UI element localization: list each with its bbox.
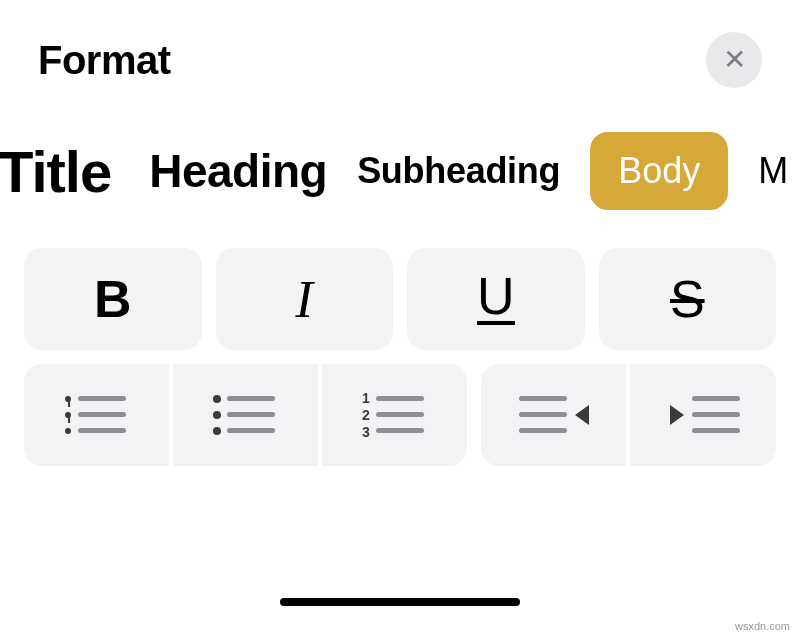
italic-button[interactable]: I	[216, 248, 394, 350]
paragraph-style-row: Title Heading Subheading Body M	[0, 108, 800, 234]
bulleted-list-button[interactable]	[173, 364, 318, 466]
bold-button[interactable]: B	[24, 248, 202, 350]
svg-rect-17	[376, 412, 424, 417]
underline-button[interactable]: U	[407, 248, 585, 350]
svg-rect-4	[68, 417, 70, 423]
svg-text:2: 2	[362, 407, 370, 423]
svg-marker-23	[575, 405, 589, 425]
watermark: wsxdn.com	[735, 620, 790, 632]
svg-point-10	[213, 411, 221, 419]
text-format-row: B I U S	[0, 234, 800, 350]
style-heading[interactable]: Heading	[141, 144, 327, 198]
decrease-indent-icon	[513, 391, 595, 439]
numbered-list-icon: 1 2 3	[358, 391, 430, 439]
svg-marker-24	[670, 405, 684, 425]
dashed-list-icon	[60, 391, 132, 439]
bold-icon: B	[94, 269, 132, 329]
svg-rect-15	[376, 396, 424, 401]
list-indent-row: 1 2 3	[0, 350, 800, 466]
svg-rect-13	[227, 428, 275, 433]
svg-rect-22	[519, 428, 567, 433]
svg-point-12	[213, 427, 221, 435]
svg-rect-5	[78, 412, 126, 417]
format-panel: Format ✕ Title Heading Subheading Body M…	[0, 0, 800, 638]
svg-rect-27	[692, 428, 740, 433]
svg-rect-7	[78, 428, 126, 433]
italic-icon: I	[296, 270, 313, 329]
close-icon: ✕	[723, 46, 746, 74]
strikethrough-button[interactable]: S	[599, 248, 777, 350]
numbered-list-button[interactable]: 1 2 3	[322, 364, 467, 466]
svg-text:1: 1	[362, 391, 370, 406]
svg-rect-20	[519, 396, 567, 401]
list-style-group: 1 2 3	[24, 364, 467, 466]
panel-title: Format	[38, 38, 171, 83]
svg-rect-11	[227, 412, 275, 417]
underline-icon: U	[477, 273, 515, 326]
indent-group	[481, 364, 776, 466]
panel-header: Format ✕	[0, 0, 800, 108]
bulleted-list-icon	[209, 391, 281, 439]
svg-rect-25	[692, 396, 740, 401]
home-indicator[interactable]	[280, 598, 520, 606]
close-button[interactable]: ✕	[706, 32, 762, 88]
style-subheading[interactable]: Subheading	[357, 150, 560, 192]
svg-rect-9	[227, 396, 275, 401]
svg-point-6	[65, 428, 71, 434]
svg-rect-19	[376, 428, 424, 433]
style-monospaced[interactable]: M	[758, 150, 788, 192]
svg-text:3: 3	[362, 424, 370, 439]
dashed-list-button[interactable]	[24, 364, 169, 466]
svg-point-8	[213, 395, 221, 403]
svg-rect-1	[68, 401, 70, 407]
svg-rect-21	[519, 412, 567, 417]
increase-indent-button[interactable]	[630, 364, 776, 466]
style-body-selected[interactable]: Body	[590, 132, 728, 210]
style-title[interactable]: Title	[0, 138, 111, 205]
strikethrough-icon: S	[670, 269, 705, 329]
svg-rect-2	[78, 396, 126, 401]
svg-rect-26	[692, 412, 740, 417]
increase-indent-icon	[662, 391, 744, 439]
decrease-indent-button[interactable]	[481, 364, 627, 466]
